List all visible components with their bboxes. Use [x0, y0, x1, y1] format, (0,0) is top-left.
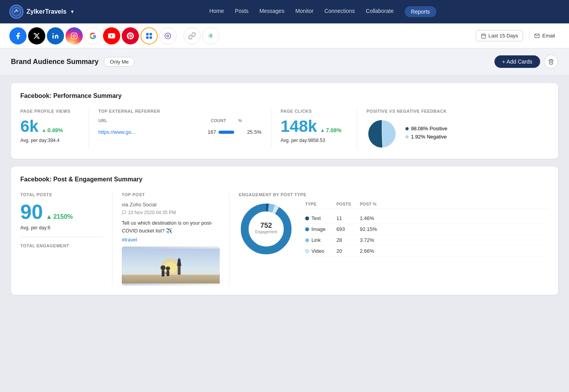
eng-type-image: Image — [305, 226, 336, 232]
tab-twitter[interactable] — [28, 27, 45, 44]
brand-chevron: ▾ — [71, 9, 73, 14]
top-post-label: TOP POST — [122, 192, 220, 197]
top-referrer-section: TOP EXTERNAL REFERRER URL COUNT % https:… — [98, 109, 271, 149]
tab-zoho-page[interactable] — [159, 27, 176, 44]
link-dot — [305, 238, 309, 242]
page-clicks-label: PAGE CLICKS — [281, 109, 347, 114]
page-profile-views-change: ▲ 0.49% — [42, 127, 63, 133]
nav-brand[interactable]: ZylkerTravels ▾ — [9, 5, 73, 19]
ref-col-pct: % — [238, 118, 261, 123]
referrer-row: https://www.go... 167 25.5% — [98, 127, 261, 137]
up-arrow-icon: ▲ — [42, 128, 46, 133]
navbar: ZylkerTravels ▾ Home Posts Messages Moni… — [0, 0, 569, 23]
feedback-section: POSITIVE VS NEGATIVE FEEDBACK 98.08% Pos… — [366, 109, 549, 149]
feedback-positive-item: 98.08% Positive — [405, 126, 447, 131]
top-post-hashtag[interactable]: #travel — [122, 237, 220, 243]
feedback-negative-label: 1.92% Negative — [411, 134, 447, 140]
tab-linkedin[interactable] — [47, 27, 64, 44]
nav-home[interactable]: Home — [209, 6, 224, 17]
svg-line-32 — [164, 273, 166, 273]
engagement-card-title: Facebook: Post & Engagement Summary — [20, 176, 549, 183]
total-posts-value: 90 — [20, 202, 43, 222]
referrer-table: URL COUNT % https://www.go... 167 25.5% — [98, 118, 261, 137]
svg-rect-29 — [162, 270, 164, 277]
page-profile-views-row: 6k ▲ 0.49% — [20, 118, 79, 135]
brand-logo — [9, 5, 23, 19]
nav-collaborate[interactable]: Collaborate — [366, 6, 394, 17]
tab-green-platform[interactable]: d — [202, 27, 219, 44]
page-profile-views-avg: Avg. per day:394.4 — [20, 138, 79, 143]
email-button[interactable]: Email — [529, 30, 560, 41]
social-tabs-bar: d Last 15 Days Email — [0, 23, 569, 48]
svg-text:d: d — [210, 34, 212, 38]
negative-dot — [405, 135, 409, 138]
eng-col-posts: POSTS — [336, 202, 360, 206]
total-posts-avg: Avg. per day:6 — [20, 225, 103, 231]
page-clicks-row: 148k ▲ 7.08% — [281, 118, 347, 135]
total-posts-section: TOTAL POSTS 90 ▲ 2150% Avg. per day:6 TO… — [20, 192, 112, 286]
svg-point-5 — [75, 34, 76, 35]
engagement-table-header: TYPE POSTS POST % — [305, 202, 549, 209]
performance-card-title: Facebook: Performance Summary — [20, 92, 549, 99]
up-arrow-icon-3: ▲ — [46, 213, 52, 220]
feedback-pie-chart — [366, 118, 398, 149]
eng-posts-link: 28 — [336, 237, 360, 243]
image-dot — [305, 227, 309, 231]
engagement-row-video: Video 20 2.66% — [305, 246, 549, 257]
engagement-row-text: Text 11 1.46% — [305, 213, 549, 224]
feedback-legend: 98.08% Positive 1.92% Negative — [405, 126, 447, 142]
referrer-count-bar: 167 — [208, 129, 235, 135]
svg-rect-8 — [149, 33, 152, 35]
nav-messages[interactable]: Messages — [260, 6, 284, 17]
tab-facebook[interactable] — [9, 27, 27, 44]
nav-posts[interactable]: Posts — [235, 6, 249, 17]
engagement-row-image: Image 693 92.15% — [305, 224, 549, 235]
page-header: Brand Audience Summary Only Me + Add Car… — [0, 48, 569, 75]
eng-type-video: Video — [305, 248, 336, 254]
referrer-url[interactable]: https://www.go... — [98, 129, 204, 135]
donut-chart-wrapper: 752 Engagement — [239, 202, 293, 256]
date-filter[interactable]: Last 15 Days — [476, 30, 523, 41]
page-clicks-avg: Avg. per day:9858.53 — [281, 138, 347, 143]
svg-rect-3 — [71, 33, 77, 39]
feedback-positive-label: 98.08% Positive — [411, 126, 447, 131]
tab-google[interactable] — [84, 27, 101, 44]
add-cards-button[interactable]: + Add Cards — [494, 55, 540, 68]
top-post-date: 10 Nov 2020 04:35 PM — [128, 210, 176, 215]
ref-col-url: URL — [98, 118, 211, 123]
svg-rect-24 — [122, 275, 220, 283]
eng-posts-image: 693 — [336, 226, 360, 232]
eng-pct-link: 3.72% — [360, 237, 387, 243]
feedback-negative-item: 1.92% Negative — [405, 134, 447, 140]
email-button-label: Email — [542, 33, 555, 39]
svg-rect-7 — [146, 33, 149, 35]
visibility-badge[interactable]: Only Me — [104, 57, 134, 67]
total-engagement-label: TOTAL ENGAGEMENT — [20, 243, 103, 248]
engagement-row-link: Link 28 3.72% — [305, 235, 549, 246]
svg-point-0 — [12, 7, 21, 16]
nav-monitor[interactable]: Monitor — [295, 6, 314, 17]
svg-point-2 — [53, 33, 54, 34]
delete-button[interactable] — [544, 55, 558, 69]
top-post-section: TOP POST via Zoho Social 10 Nov 2020 04:… — [122, 192, 229, 286]
tab-youtube[interactable] — [103, 27, 120, 44]
tab-zoho-social[interactable] — [140, 27, 158, 44]
svg-point-1 — [16, 9, 17, 11]
nav-connections[interactable]: Connections — [324, 6, 355, 17]
nav-reports[interactable]: Reports — [405, 6, 436, 17]
eng-type-text: Text — [305, 215, 336, 221]
page-header-left: Brand Audience Summary Only Me — [11, 57, 135, 67]
feedback-label: POSITIVE VS NEGATIVE FEEDBACK — [366, 109, 549, 114]
svg-text:Engagement: Engagement — [255, 230, 277, 234]
svg-text:752: 752 — [260, 222, 272, 229]
tab-pinterest[interactable] — [122, 27, 139, 44]
tab-chain[interactable] — [183, 27, 201, 44]
tab-instagram[interactable] — [66, 27, 83, 44]
positive-dot — [405, 127, 409, 130]
svg-rect-26 — [177, 264, 181, 266]
top-referrer-label: TOP EXTERNAL REFERRER — [98, 109, 261, 114]
post-image-svg — [122, 247, 220, 286]
referrer-count: 167 — [208, 129, 216, 135]
page-header-right: + Add Cards — [494, 55, 558, 69]
svg-point-30 — [166, 266, 170, 271]
